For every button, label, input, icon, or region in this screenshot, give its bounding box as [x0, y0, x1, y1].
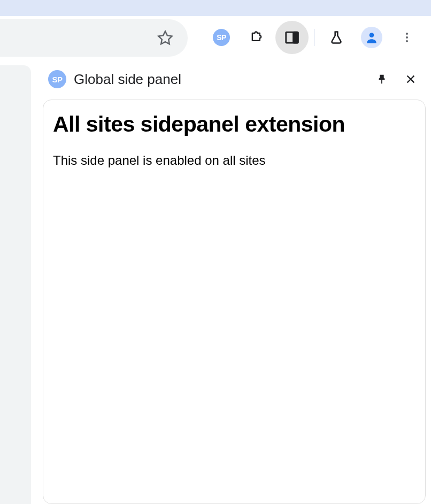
- side-panel-toggle-button[interactable]: [275, 21, 309, 54]
- bookmark-star-icon[interactable]: [155, 27, 176, 49]
- svg-point-2: [370, 33, 374, 37]
- puzzle-icon: [249, 30, 264, 45]
- profile-button[interactable]: [355, 21, 388, 54]
- page-title: All sites sidepanel extension: [53, 112, 415, 137]
- side-panel-header: SP Global side panel: [43, 59, 426, 100]
- browser-menu-button[interactable]: [390, 21, 424, 54]
- extension-button[interactable]: SP: [205, 21, 238, 54]
- svg-point-4: [406, 36, 408, 39]
- side-panel-body: All sites sidepanel extension This side …: [43, 100, 426, 504]
- omnibox[interactable]: [0, 19, 188, 57]
- sp-extension-badge-icon: SP: [213, 29, 230, 46]
- flask-icon: [329, 30, 344, 45]
- svg-rect-1: [294, 32, 298, 43]
- svg-point-3: [406, 33, 408, 35]
- side-panel-icon: [284, 29, 300, 45]
- svg-point-5: [406, 40, 408, 42]
- pin-button[interactable]: [371, 68, 392, 90]
- browser-toolbar: SP: [0, 16, 431, 59]
- page-content-area: [0, 65, 31, 504]
- kebab-menu-icon: [401, 31, 413, 44]
- person-icon: [365, 30, 379, 44]
- side-panel-extension-badge-icon: SP: [48, 70, 66, 88]
- close-button[interactable]: [400, 68, 421, 90]
- extensions-menu-button[interactable]: [240, 21, 273, 54]
- main-area: SP Global side panel All sites sidepanel…: [0, 59, 431, 504]
- window-chrome-strip: [0, 0, 431, 16]
- labs-button[interactable]: [320, 21, 353, 54]
- pin-icon: [376, 73, 388, 85]
- toolbar-divider: [314, 29, 314, 46]
- side-panel: SP Global side panel All sites sidepanel…: [43, 59, 426, 504]
- avatar: [361, 27, 382, 48]
- side-panel-title: Global side panel: [74, 71, 364, 88]
- page-description: This side panel is enabled on all sites: [53, 153, 415, 168]
- close-icon: [405, 73, 417, 85]
